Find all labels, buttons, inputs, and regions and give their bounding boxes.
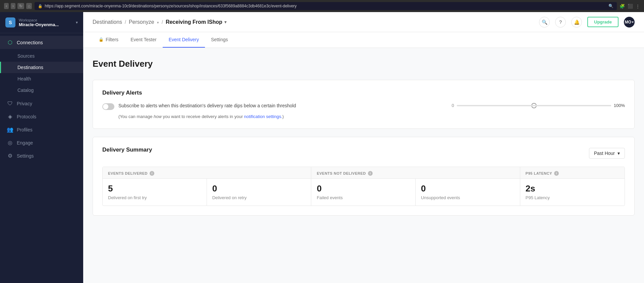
events-delivered-label: EVENTS DELIVERED <box>108 171 148 175</box>
events-delivered-group: EVENTS DELIVERED i 5 Delivered on first … <box>103 167 311 206</box>
workspace-info: Workspace Miracle-Onyenma... <box>19 18 72 27</box>
metrics-grid: EVENTS DELIVERED i 5 Delivered on first … <box>102 167 625 206</box>
browser-ext-icons: 🧩 ⬛ ⋮ <box>620 4 640 9</box>
alerts-note: (You can manage how you want to receive … <box>118 114 625 119</box>
avatar[interactable]: MO ▾ <box>624 17 635 27</box>
page-content: Event Delivery Delivery Alerts Subscribe… <box>83 48 644 283</box>
latency-group: P95 Latency i 2s P95 Latency <box>520 167 625 206</box>
page-title: Event Delivery <box>93 59 635 69</box>
address-bar[interactable]: 🔒 https://app.segment.com/miracle-onyenm… <box>35 2 617 10</box>
events-delivered-metrics: 5 Delivered on first try 0 Delivered on … <box>103 179 311 206</box>
profile-icon[interactable]: ⬛ <box>628 4 633 9</box>
help-button[interactable]: ? <box>555 17 566 27</box>
reload-button[interactable]: ↻ <box>17 3 24 9</box>
delivery-summary-card: Delivery Summary Past Hour ▾ EVENTS DELI… <box>93 137 635 216</box>
lock-icon: 🔒 <box>99 37 104 42</box>
sidebar-item-connections[interactable]: ⬡ Connections <box>0 36 83 49</box>
sidebar-item-profiles[interactable]: 👥 Profiles <box>0 123 83 136</box>
breadcrumb-sep-1: / <box>125 19 126 25</box>
back-button[interactable]: ‹ <box>4 3 9 9</box>
events-not-delivered-label: EVENTS NOT DELIVERED <box>317 171 366 175</box>
failed-events-metric: 0 Failed events <box>311 179 416 206</box>
sidebar-item-protocols[interactable]: ◈ Protocols <box>0 110 83 123</box>
main-nav: ⬡ Connections Sources Destinations Healt… <box>0 33 83 165</box>
privacy-icon: 🛡 <box>7 101 13 107</box>
protocols-label: Protocols <box>17 114 36 119</box>
latency-metric: 2s P95 Latency <box>520 179 625 206</box>
tab-event-tester[interactable]: Event Tester <box>124 32 163 48</box>
profiles-icon: 👥 <box>7 126 13 133</box>
settings-label: Settings <box>17 153 34 159</box>
slider-value-label: 100% <box>614 103 625 108</box>
engage-label: Engage <box>17 140 33 146</box>
delivery-alerts-card: Delivery Alerts Subscribe to alerts when… <box>93 80 635 129</box>
time-selector-chevron-icon: ▾ <box>618 151 620 156</box>
personyze-chevron-icon: ▾ <box>157 20 159 24</box>
home-button[interactable]: ⌂ <box>26 3 32 9</box>
sidebar-item-privacy[interactable]: 🛡 Privacy <box>0 97 83 110</box>
top-header: Destinations / Personyze ▾ / Receiving F… <box>83 12 644 32</box>
breadcrumb: Destinations / Personyze ▾ / Receiving F… <box>93 19 539 25</box>
delivery-alerts-title: Delivery Alerts <box>102 90 625 96</box>
workspace-header[interactable]: S Workspace Miracle-Onyenma... ▾ <box>0 12 83 33</box>
unsupported-events-label: Unsupported events <box>421 195 515 200</box>
tab-filters[interactable]: 🔒 Filters <box>93 32 124 48</box>
latency-p95-label: P95 Latency <box>526 195 619 200</box>
tab-settings[interactable]: Settings <box>205 32 234 48</box>
tab-event-delivery[interactable]: Event Delivery <box>163 32 205 48</box>
alerts-toggle[interactable] <box>102 103 114 110</box>
main-content: Destinations / Personyze ▾ / Receiving F… <box>83 12 644 283</box>
current-chevron-icon: ▾ <box>224 20 226 24</box>
breadcrumb-personyze[interactable]: Personyze ▾ <box>129 19 159 25</box>
sidebar-item-settings[interactable]: ⚙ Settings <box>0 149 83 162</box>
breadcrumb-current: Receiving From IShop ▾ <box>166 19 226 25</box>
threshold-slider[interactable] <box>457 105 611 106</box>
destinations-label: Destinations <box>17 65 43 70</box>
time-selector[interactable]: Past Hour ▾ <box>589 148 625 159</box>
sidebar-item-destinations[interactable]: Destinations <box>0 62 83 73</box>
profiles-label: Profiles <box>17 127 33 132</box>
sidebar-item-catalog[interactable]: Catalog <box>0 84 83 96</box>
latency-header: P95 Latency i <box>520 167 625 179</box>
protocols-icon: ◈ <box>7 113 13 120</box>
settings-icon: ⚙ <box>7 153 13 159</box>
sidebar-item-engage[interactable]: ◎ Engage <box>0 136 83 149</box>
breadcrumb-destinations[interactable]: Destinations <box>93 19 122 25</box>
browser-chrome: ‹ › ↻ ⌂ 🔒 https://app.segment.com/miracl… <box>0 0 644 12</box>
latency-info-icon[interactable]: i <box>554 171 559 176</box>
url-text: https://app.segment.com/miracle-onyenma-… <box>45 4 606 8</box>
connections-icon: ⬡ <box>7 39 13 46</box>
slider-area: 0 100% <box>452 103 625 108</box>
delivered-retry-label: Delivered on retry <box>212 195 306 200</box>
workspace-logo: S <box>5 17 15 27</box>
breadcrumb-sep-2: / <box>162 19 163 25</box>
events-not-delivered-header: EVENTS NOT DELIVERED i <box>311 167 520 179</box>
notification-settings-link[interactable]: notification settings. <box>244 114 282 119</box>
connections-sub-nav: Sources Destinations Health Catalog <box>0 49 83 97</box>
upgrade-button[interactable]: Upgrade <box>587 17 619 27</box>
events-not-delivered-info-icon[interactable]: i <box>368 171 373 176</box>
extensions-icon[interactable]: 🧩 <box>620 4 625 9</box>
search-button[interactable]: 🔍 <box>539 17 550 27</box>
connections-label: Connections <box>17 40 43 45</box>
delivery-summary-title: Delivery Summary <box>102 147 152 153</box>
latency-label: P95 Latency <box>526 171 552 175</box>
sidebar-item-health[interactable]: Health <box>0 73 83 84</box>
workspace-label: Workspace <box>19 18 72 22</box>
delivered-first-try-value: 5 <box>108 183 201 194</box>
delivered-first-try-label: Delivered on first try <box>108 195 201 200</box>
sidebar-item-sources[interactable]: Sources <box>0 50 83 62</box>
workspace-name: Miracle-Onyenma... <box>19 22 72 27</box>
catalog-label: Catalog <box>17 88 34 93</box>
workspace-chevron-icon[interactable]: ▾ <box>76 20 78 25</box>
events-not-delivered-group: EVENTS NOT DELIVERED i 0 Failed events 0… <box>311 167 520 206</box>
delivered-retry-value: 0 <box>212 183 306 194</box>
search-icon: 🔍 <box>608 4 613 8</box>
forward-button[interactable]: › <box>11 3 15 9</box>
sidebar: S Workspace Miracle-Onyenma... ▾ ⬡ Conne… <box>0 12 83 283</box>
menu-icon[interactable]: ⋮ <box>636 4 640 9</box>
notifications-button[interactable]: 🔔 <box>571 17 582 27</box>
privacy-label: Privacy <box>17 101 32 106</box>
delivered-retry-metric: 0 Delivered on retry <box>207 179 311 206</box>
events-delivered-info-icon[interactable]: i <box>150 171 154 176</box>
